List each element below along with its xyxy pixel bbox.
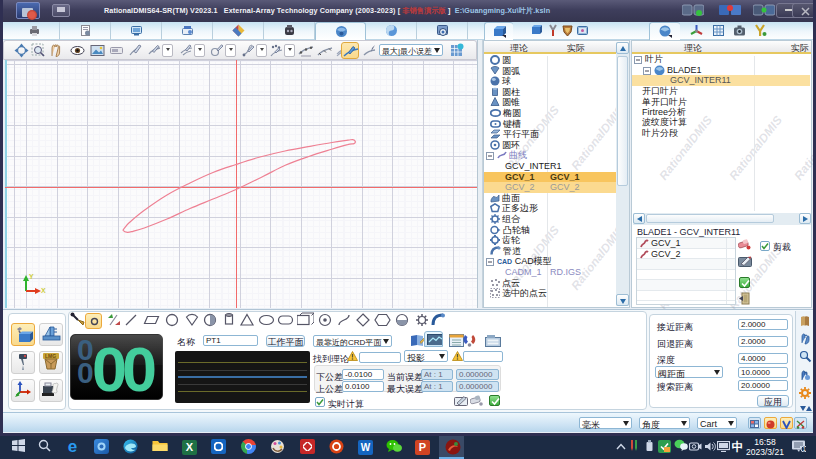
svg-text:X: X xyxy=(41,287,46,294)
svg-text:Y: Y xyxy=(29,273,34,280)
svg-text:1: 1 xyxy=(803,446,806,452)
svg-text:LMG: LMG xyxy=(45,353,56,359)
